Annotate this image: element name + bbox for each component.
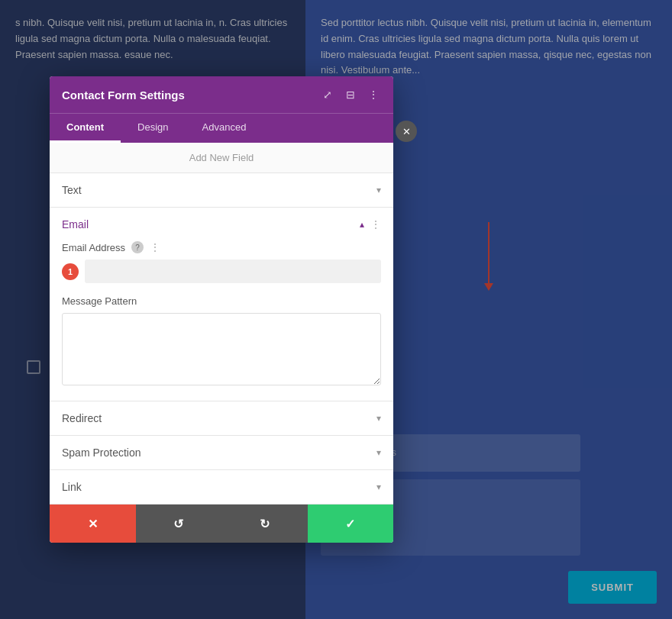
text-section-title: Text: [62, 184, 82, 196]
spam-chevron-icon: ▾: [376, 447, 381, 458]
save-button[interactable]: ✓: [308, 505, 394, 543]
spam-section-header[interactable]: Spam Protection ▾: [50, 436, 393, 469]
message-pattern-textarea[interactable]: [62, 313, 381, 385]
email-address-field-row: Email Address ? ⋮: [62, 241, 381, 253]
redirect-section-header[interactable]: Redirect ▾: [50, 401, 393, 435]
save-icon: ✓: [345, 517, 355, 531]
tab-content[interactable]: Content: [50, 114, 121, 143]
email-chevron-up-icon: ▴: [360, 219, 364, 230]
email-section: Email ▴ ⋮ Email Address ? ⋮ 1 Me: [50, 208, 393, 401]
text-section: Text ▾: [50, 173, 393, 208]
email-address-input[interactable]: [85, 260, 381, 283]
spam-section: Spam Protection ▾: [50, 436, 393, 470]
text-section-header[interactable]: Text ▾: [50, 173, 393, 207]
email-more-icon[interactable]: ⋮: [370, 218, 381, 231]
cancel-icon: ✕: [88, 517, 98, 531]
modal-panel: Contact Form Settings ⤢ ⊟ ⋮ Content Desi…: [50, 76, 393, 543]
redirect-chevron-icon: ▾: [376, 413, 381, 424]
redo-icon: ↻: [260, 517, 270, 531]
email-address-input-row: 1: [62, 260, 381, 283]
email-address-more-icon[interactable]: ⋮: [150, 241, 160, 253]
undo-button[interactable]: ↺: [136, 505, 222, 543]
link-section: Link ▾: [50, 470, 393, 505]
tab-design[interactable]: Design: [121, 114, 185, 143]
email-section-header[interactable]: Email ▴ ⋮: [50, 208, 393, 241]
undo-icon: ↺: [173, 517, 183, 531]
message-pattern-label: Message Pattern: [62, 295, 381, 307]
modal-tabs: Content Design Advanced: [50, 113, 393, 143]
columns-icon[interactable]: ⊟: [343, 87, 358, 102]
modal-title: Contact Form Settings: [62, 89, 185, 102]
modal-header: Contact Form Settings ⤢ ⊟ ⋮: [50, 76, 393, 113]
redirect-section: Redirect ▾: [50, 401, 393, 436]
link-section-title: Link: [62, 481, 82, 493]
field-number-badge: 1: [62, 263, 79, 280]
redirect-section-title: Redirect: [62, 412, 102, 424]
expand-icon[interactable]: ⤢: [320, 87, 335, 102]
email-section-actions: ▴ ⋮: [360, 218, 381, 231]
redo-button[interactable]: ↻: [221, 505, 308, 543]
close-modal-button[interactable]: ✕: [396, 121, 417, 142]
spam-section-title: Spam Protection: [62, 447, 141, 459]
modal-footer: ✕ ↺ ↻ ✓: [50, 505, 393, 543]
email-address-label: Email Address: [62, 242, 125, 253]
email-section-content: Email Address ? ⋮ 1 Message Pattern: [50, 241, 393, 401]
modal-header-icons: ⤢ ⊟ ⋮: [320, 87, 381, 102]
modal-body: Add New Field Text ▾ Email ▴ ⋮ Email Add…: [50, 143, 393, 505]
text-chevron-icon: ▾: [376, 185, 381, 195]
link-section-header[interactable]: Link ▾: [50, 470, 393, 504]
link-chevron-icon: ▾: [376, 482, 381, 492]
add-new-field-button[interactable]: Add New Field: [50, 143, 393, 173]
tab-advanced[interactable]: Advanced: [186, 114, 263, 143]
cancel-button[interactable]: ✕: [50, 505, 136, 543]
more-options-icon[interactable]: ⋮: [366, 87, 381, 102]
email-address-help-icon[interactable]: ?: [131, 241, 144, 253]
email-section-title: Email: [62, 218, 89, 231]
